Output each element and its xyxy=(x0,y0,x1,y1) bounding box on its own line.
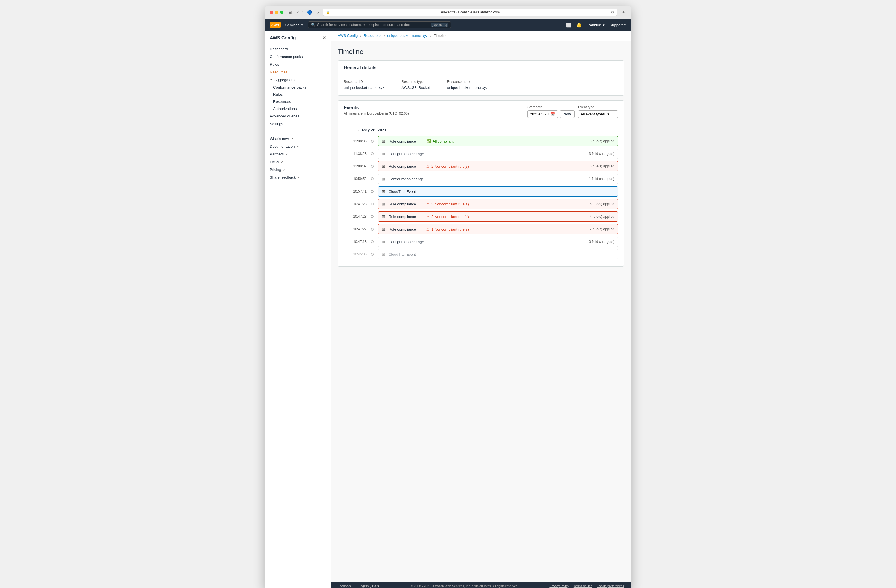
general-details-body: Resource ID unique-bucket-name-xyz Resou… xyxy=(338,74,624,96)
event-name: Rule compliance xyxy=(389,215,423,219)
event-type-select[interactable]: All event types ▼ xyxy=(578,110,618,118)
timeline-row[interactable]: 10:59:52 ⊞ Configuration change 1 field … xyxy=(344,172,618,185)
feedback-link[interactable]: Feedback xyxy=(338,584,351,588)
timeline-row[interactable]: 10:47:27 ⊞ Rule compliance ⚠ 1 Noncompli… xyxy=(344,223,618,235)
timeline-event[interactable]: ⊞ CloudTrail Event xyxy=(378,249,618,259)
timeline-event[interactable]: ⊞ Rule compliance ⚠ 3 Noncompliant rule(… xyxy=(378,199,618,209)
sidebar-link-faqs[interactable]: FAQs ↗ xyxy=(265,158,331,166)
breadcrumb-aws-config[interactable]: AWS Config xyxy=(338,34,358,38)
timeline-event[interactable]: ⊞ Rule compliance ⚠ 1 Noncompliant rule(… xyxy=(378,224,618,234)
cloud-shell-icon[interactable]: ⬜ xyxy=(566,22,572,28)
timeline-row[interactable]: 10:57:41 ⊞ CloudTrail Event xyxy=(344,185,618,198)
terms-of-use-link[interactable]: Terms of Use xyxy=(574,584,592,588)
sidebar-sub-rules[interactable]: Rules xyxy=(265,91,331,98)
timeline-dot-area xyxy=(367,228,378,231)
sidebar-sub-authorizations[interactable]: Authorizations xyxy=(265,105,331,112)
event-rules-count: 3 field change(s) xyxy=(589,152,614,156)
event-time: 11:38:23 xyxy=(344,152,367,156)
breadcrumb-timeline: Timeline xyxy=(434,34,448,38)
privacy-policy-link[interactable]: Privacy Policy xyxy=(549,584,569,588)
sidebar-link-share-feedback[interactable]: Share feedback ↗ xyxy=(265,174,331,181)
event-status-noncompliant: ⚠ 3 Noncompliant rule(s) xyxy=(426,202,586,206)
sidebar-item-advanced-queries[interactable]: Advanced queries xyxy=(265,112,331,120)
details-grid: Resource ID unique-bucket-name-xyz Resou… xyxy=(344,80,618,90)
timeline-event[interactable]: ⊞ Configuration change 0 field change(s) xyxy=(378,236,618,247)
timeline-event[interactable]: ⊞ Rule compliance ⚠ 2 Noncompliant rule(… xyxy=(378,212,618,222)
breadcrumb-bucket[interactable]: unique-bucket-name-xyz xyxy=(387,34,428,38)
calendar-icon: 📅 xyxy=(551,112,555,116)
language-selector[interactable]: English (US) ▼ xyxy=(358,584,380,588)
timeline-container: → May 28, 2021 11:38:35 ⊞ Rule complianc… xyxy=(338,123,624,266)
timeline-events: 11:38:35 ⊞ Rule compliance ✅ All complia… xyxy=(344,135,618,260)
timeline-row[interactable]: 11:38:35 ⊞ Rule compliance ✅ All complia… xyxy=(344,135,618,148)
sidebar-divider xyxy=(265,131,331,131)
event-time: 10:47:27 xyxy=(344,227,367,231)
close-button[interactable] xyxy=(270,11,273,14)
address-bar[interactable]: 🔒 eu-central-1.console.aws.amazon.com ↻ xyxy=(323,9,618,16)
timeline-event[interactable]: ⊞ Configuration change 3 field change(s) xyxy=(378,149,618,159)
global-search[interactable]: 🔍 Search for services, features, marketp… xyxy=(308,21,451,28)
timeline-dot xyxy=(371,215,374,218)
event-rules-count: 4 rule(s) applied xyxy=(590,215,614,219)
timeline-dot xyxy=(371,140,374,143)
breadcrumb-resources[interactable]: Resources xyxy=(364,34,381,38)
date-input[interactable]: 2021/05/28 📅 xyxy=(527,110,558,118)
timeline-event[interactable]: ⊞ Configuration change 1 field change(s) xyxy=(378,174,618,184)
timeline-row[interactable]: 10:47:28 ⊞ Rule compliance ⚠ 2 Noncompli… xyxy=(344,210,618,223)
timeline-row[interactable]: 10:45:05 ⊞ CloudTrail Event xyxy=(344,248,618,260)
services-button[interactable]: Services ▼ xyxy=(285,23,303,27)
sidebar-item-label: Aggregators xyxy=(274,78,294,82)
cookie-preferences-link[interactable]: Cookie preferences xyxy=(597,584,624,588)
tab-icon-2: 🛡 xyxy=(315,10,319,15)
sidebar-sub-conformance-packs[interactable]: Conformance packs xyxy=(265,84,331,91)
warning-icon: ⚠ xyxy=(426,227,430,232)
event-name: Rule compliance xyxy=(389,227,423,232)
now-button[interactable]: Now xyxy=(560,110,574,118)
region-selector[interactable]: Frankfurt ▼ xyxy=(587,23,605,27)
sidebar: AWS Config ✕ Dashboard Conformance packs… xyxy=(265,30,331,588)
sidebar-item-resources[interactable]: Resources xyxy=(265,68,331,76)
new-tab-button[interactable]: + xyxy=(621,9,626,15)
sidebar-item-conformance-packs[interactable]: Conformance packs xyxy=(265,53,331,61)
breadcrumb-sep-2: › xyxy=(384,34,385,38)
notification-icon[interactable]: 🔔 xyxy=(576,22,582,28)
sidebar-item-dashboard[interactable]: Dashboard xyxy=(265,45,331,53)
breadcrumb-sep-1: › xyxy=(360,34,361,38)
timeline-event[interactable]: ⊞ CloudTrail Event xyxy=(378,186,618,197)
event-status-compliant: ✅ All compliant xyxy=(426,139,586,143)
timeline-row[interactable]: 10:47:13 ⊞ Configuration change 0 field … xyxy=(344,235,618,248)
sidebar-item-settings[interactable]: Settings xyxy=(265,120,331,128)
sidebar-sub-label: Conformance packs xyxy=(273,85,306,90)
aggregators-expand-icon: ▼ xyxy=(270,78,273,81)
sidebar-item-rules[interactable]: Rules xyxy=(265,61,331,68)
minimize-button[interactable] xyxy=(275,11,278,14)
event-status-noncompliant: ⚠ 1 Noncompliant rule(s) xyxy=(426,227,586,232)
event-type-icon: ⊞ xyxy=(382,202,385,206)
sidebar-sub-resources[interactable]: Resources xyxy=(265,98,331,105)
sidebar-link-pricing[interactable]: Pricing ↗ xyxy=(265,166,331,174)
timeline-row[interactable]: 11:00:07 ⊞ Rule compliance ⚠ 2 Noncompli… xyxy=(344,160,618,172)
resource-id-field: Resource ID unique-bucket-name-xyz xyxy=(344,80,384,90)
external-link-icon: ↗ xyxy=(296,145,299,148)
support-menu[interactable]: Support ▼ xyxy=(610,23,626,27)
timeline-event[interactable]: ⊞ Rule compliance ⚠ 2 Noncompliant rule(… xyxy=(378,161,618,171)
timeline-dot xyxy=(371,240,374,243)
timeline-event[interactable]: ⊞ Rule compliance ✅ All compliant 6 rule… xyxy=(378,136,618,146)
sidebar-link-partners[interactable]: Partners ↗ xyxy=(265,150,331,158)
reload-icon[interactable]: ↻ xyxy=(611,10,614,15)
back-button[interactable]: ‹ xyxy=(297,10,299,15)
page-content-area: Timeline General details Resource ID uni… xyxy=(331,41,631,582)
sidebar-link-documentation[interactable]: Documentation ↗ xyxy=(265,143,331,150)
timeline-row[interactable]: 11:38:23 ⊞ Configuration change 3 field … xyxy=(344,148,618,160)
sidebar-item-aggregators[interactable]: ▼ Aggregators xyxy=(265,76,331,84)
sidebar-link-whats-new[interactable]: What's new ↗ xyxy=(265,135,331,143)
tab-icon-1: 🔵 xyxy=(307,10,312,15)
event-time: 10:45:05 xyxy=(344,252,367,256)
sidebar-toggle-icon[interactable]: ⊟ xyxy=(287,9,294,15)
forward-button[interactable]: › xyxy=(302,10,303,15)
sidebar-close-button[interactable]: ✕ xyxy=(322,35,326,41)
event-rules-count: 2 rule(s) applied xyxy=(590,227,614,231)
maximize-button[interactable] xyxy=(280,11,283,14)
events-header: Events All times are in Europe/Berlin (U… xyxy=(338,101,624,123)
timeline-row[interactable]: 10:47:28 ⊞ Rule compliance ⚠ 3 Noncompli… xyxy=(344,198,618,210)
